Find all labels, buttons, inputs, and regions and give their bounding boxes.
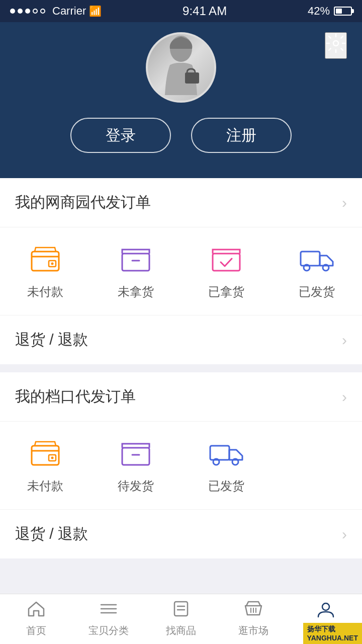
dangkou-refund[interactable]: 退货 / 退款 › bbox=[0, 509, 362, 558]
dangkou-chevron: › bbox=[342, 388, 347, 406]
dangkou-unpaid-item[interactable]: 未付款 bbox=[0, 437, 90, 494]
picked-icon bbox=[209, 243, 243, 277]
login-button[interactable]: 登录 bbox=[70, 118, 171, 153]
shipped-item[interactable]: 已发货 bbox=[272, 243, 362, 300]
dangkou-pending-icon bbox=[119, 437, 153, 471]
dangkou-pending-label: 待发货 bbox=[118, 478, 154, 494]
status-left: Carrier 📶 bbox=[10, 5, 102, 18]
unpicked-icon bbox=[119, 243, 153, 277]
wangshang-refund[interactable]: 退货 / 退款 › bbox=[0, 315, 362, 364]
dot2 bbox=[18, 9, 23, 14]
home-icon bbox=[28, 601, 45, 621]
dangkou-title: 我的档口代发订单 bbox=[15, 386, 136, 407]
wangshang-header[interactable]: 我的网商园代发订单 › bbox=[0, 178, 362, 227]
dangkou-header[interactable]: 我的档口代发订单 › bbox=[0, 372, 362, 422]
status-time: 9:41 AM bbox=[183, 4, 227, 18]
picked-item[interactable]: 已拿货 bbox=[181, 243, 272, 300]
dot4 bbox=[33, 9, 38, 14]
dangkou-unpaid-icon bbox=[28, 437, 62, 471]
dangkou-icons-row: 未付款 待发货 bbox=[0, 422, 362, 509]
market-icon bbox=[244, 601, 262, 621]
wangshang-title: 我的网商园代发订单 bbox=[15, 192, 151, 213]
wangshang-icons-row: 未付款 未拿货 bbox=[0, 227, 362, 315]
register-button[interactable]: 注册 bbox=[191, 118, 292, 153]
battery-percentage: 42% bbox=[308, 5, 330, 18]
shipped-icon bbox=[300, 243, 334, 277]
content: 我的网商园代发订单 › 未付款 bbox=[0, 178, 362, 558]
settings-button[interactable] bbox=[325, 32, 347, 59]
wifi-icon: 📶 bbox=[89, 5, 102, 17]
dangkou-unpaid-label: 未付款 bbox=[27, 478, 63, 494]
dangkou-shipped-label: 已发货 bbox=[208, 478, 244, 494]
svg-point-5 bbox=[51, 263, 54, 265]
carrier-label: Carrier bbox=[52, 5, 86, 18]
dangkou-section: 我的档口代发订单 › 未付款 bbox=[0, 372, 362, 558]
svg-rect-14 bbox=[122, 448, 149, 465]
nav-category[interactable]: 宝贝分类 bbox=[72, 594, 145, 644]
status-bar: Carrier 📶 9:41 AM 42% bbox=[0, 0, 362, 22]
battery-icon bbox=[334, 7, 352, 16]
dot1 bbox=[10, 9, 15, 14]
svg-rect-7 bbox=[213, 254, 240, 271]
svg-rect-6 bbox=[122, 254, 149, 271]
wangshang-section: 我的网商园代发订单 › 未付款 bbox=[0, 178, 362, 364]
bottom-nav: 首页 宝贝分类 找商品 bbox=[0, 594, 362, 644]
status-right: 42% bbox=[308, 5, 352, 18]
profile-section: 登录 注册 bbox=[0, 22, 362, 178]
svg-rect-15 bbox=[210, 446, 229, 460]
wangshang-refund-chevron: › bbox=[342, 332, 347, 349]
svg-rect-2 bbox=[185, 72, 199, 84]
nav-find[interactable]: 找商品 bbox=[145, 594, 217, 644]
nav-category-label: 宝贝分类 bbox=[88, 624, 129, 637]
dangkou-refund-chevron: › bbox=[342, 526, 347, 543]
unpicked-item[interactable]: 未拿货 bbox=[90, 243, 181, 300]
watermark: 扬华下载YANGHUA.NET bbox=[303, 623, 362, 644]
signal-dots bbox=[10, 9, 45, 14]
unpaid-icon bbox=[28, 243, 62, 277]
nav-find-label: 找商品 bbox=[166, 624, 196, 637]
nav-home[interactable]: 首页 bbox=[0, 594, 72, 644]
nav-home-label: 首页 bbox=[26, 624, 46, 637]
svg-point-13 bbox=[51, 457, 54, 459]
svg-rect-21 bbox=[174, 602, 188, 616]
svg-point-27 bbox=[322, 603, 329, 610]
wangshang-refund-label: 退货 / 退款 bbox=[15, 330, 88, 350]
nav-profile[interactable]: RIta 扬华下载YANGHUA.NET bbox=[290, 594, 362, 644]
dot5 bbox=[40, 9, 45, 14]
avatar bbox=[146, 32, 216, 103]
avatar-image bbox=[148, 34, 214, 101]
unpaid-label: 未付款 bbox=[27, 284, 63, 300]
auth-buttons: 登录 注册 bbox=[70, 118, 292, 153]
unpaid-item[interactable]: 未付款 bbox=[0, 243, 90, 300]
picked-label: 已拿货 bbox=[208, 284, 244, 300]
gear-icon bbox=[326, 33, 346, 53]
battery-fill bbox=[336, 9, 342, 14]
dangkou-refund-label: 退货 / 退款 bbox=[15, 524, 88, 544]
nav-market-label: 逛市场 bbox=[238, 624, 268, 637]
find-icon bbox=[172, 601, 190, 621]
svg-point-0 bbox=[333, 41, 338, 46]
shipped-label: 已发货 bbox=[299, 284, 335, 300]
dangkou-shipped-item[interactable]: 已发货 bbox=[181, 437, 272, 494]
unpicked-label: 未拿货 bbox=[118, 284, 154, 300]
nav-market[interactable]: 逛市场 bbox=[217, 594, 290, 644]
dangkou-shipped-icon bbox=[209, 437, 243, 471]
wangshang-chevron: › bbox=[342, 194, 347, 211]
profile-icon bbox=[317, 602, 334, 622]
dot3 bbox=[25, 9, 30, 14]
category-icon bbox=[100, 601, 117, 621]
dangkou-pending-item[interactable]: 待发货 bbox=[90, 437, 181, 494]
svg-rect-8 bbox=[301, 252, 320, 266]
